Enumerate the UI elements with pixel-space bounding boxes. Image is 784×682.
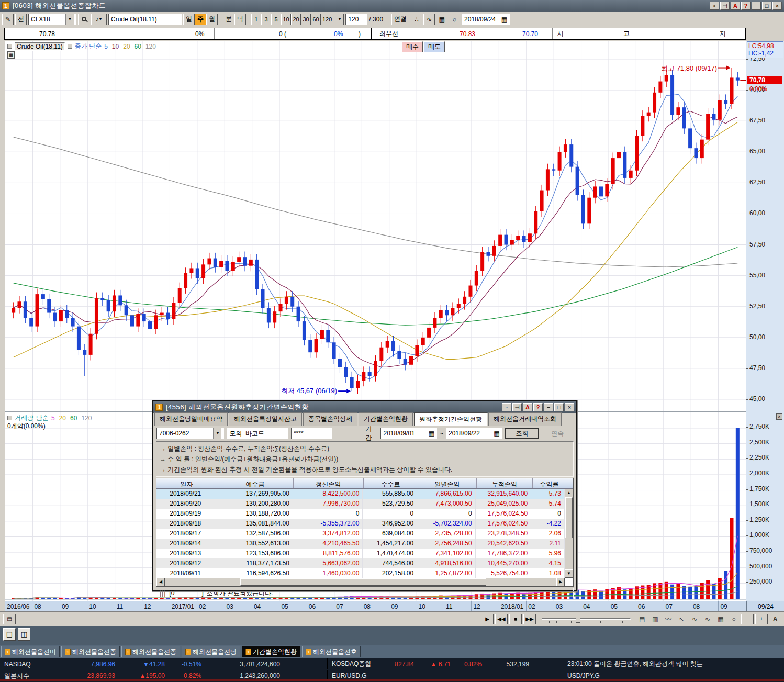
password-field[interactable] <box>291 428 332 439</box>
chart-tool-icon-2[interactable]: 〰 <box>663 614 674 624</box>
table-row[interactable]: 2018/09/17132,587,506.003,374,812.00639,… <box>156 529 565 539</box>
calendar-icon[interactable]: ▦ <box>429 430 434 437</box>
table-hscrollbar[interactable]: ◀ ▶ <box>156 578 565 586</box>
account-combo[interactable]: 7006-0262 ▼ <box>156 428 224 439</box>
taskbar-item-3[interactable]: 1해외선물옵션당 <box>182 646 240 657</box>
period-일-button[interactable]: 일 <box>183 14 195 25</box>
table-vscrollbar[interactable]: ▲ ▼ <box>565 489 573 578</box>
line-chart-icon[interactable]: ∿ <box>423 14 435 25</box>
date-to-picker[interactable]: 2018/09/22 ▦ <box>446 428 502 439</box>
table-row[interactable]: 2018/09/14130,552,613.004,210,465.501,45… <box>156 539 565 549</box>
interval-10-button[interactable]: 10 <box>281 14 291 25</box>
font-icon[interactable]: A <box>523 403 532 411</box>
query-button[interactable]: 조회 <box>505 428 540 439</box>
continue-button[interactable]: 연속 <box>542 428 573 439</box>
previous-button[interactable]: 전 <box>15 14 27 25</box>
mode-틱-button[interactable]: 틱 <box>234 14 246 25</box>
news-icon[interactable]: ▤ <box>3 628 16 641</box>
table-row[interactable]: 2018/09/21137,269,905.008,422,500.00555,… <box>156 489 565 499</box>
playback-▶-button[interactable]: ▶ <box>481 614 494 624</box>
slider-thumb[interactable] <box>576 616 580 623</box>
new-window-icon[interactable]: ▫ <box>710 2 719 10</box>
dialog-tab-1[interactable]: 해외선옵특정일자잔고 <box>229 412 302 426</box>
calendar-icon[interactable]: ▦ <box>494 430 499 437</box>
price-legend-name[interactable]: Crude Oil(18,11) <box>15 42 65 51</box>
dialog-tab-2[interactable]: 종목별손익상세 <box>303 412 357 426</box>
pin-icon[interactable]: ⊣ <box>720 2 730 10</box>
interval-120-button[interactable]: 120 <box>321 14 333 25</box>
password-input[interactable] <box>294 430 329 437</box>
table-row[interactable]: 2018/09/20130,200,280.007,996,730.00523,… <box>156 499 565 509</box>
playback-■-button[interactable]: ■ <box>509 614 522 624</box>
bar-count-input[interactable] <box>348 16 365 23</box>
memo-icon[interactable]: ◫ <box>18 628 30 641</box>
price-chart-canvas[interactable]: 최고 71,80 (09/17)최저 45,67 (06/19) <box>5 41 746 411</box>
interval-20-button[interactable]: 20 <box>291 14 301 25</box>
legend-checkbox-icon[interactable] <box>68 44 72 49</box>
interval-60-button[interactable]: 60 <box>311 14 321 25</box>
draw-tool-button[interactable]: ✎ <box>2 14 14 25</box>
taskbar-item-4[interactable]: 1기간별손익현황 <box>242 646 300 657</box>
connect-button[interactable]: 연결 <box>391 14 409 25</box>
chart-tool-icon-0[interactable]: ▤ <box>636 614 648 624</box>
table-row[interactable]: 2018/09/12118,377,173.505,663,062.00744,… <box>156 558 565 568</box>
maximize-icon[interactable]: □ <box>554 403 564 411</box>
legend-checkbox-icon[interactable] <box>7 44 12 49</box>
chart-tool-icon-7[interactable]: ○ <box>728 614 740 624</box>
table-row[interactable]: 2018/09/18135,081,844.00-5,355,372.00346… <box>156 519 565 529</box>
symbol-search-button[interactable] <box>78 14 89 25</box>
taskbar-item-5[interactable]: 1해외선물옵션호 <box>302 646 361 657</box>
chevron-down-icon[interactable]: ▼ <box>65 14 74 25</box>
zoom-out-button[interactable]: − <box>741 614 754 624</box>
mode-분-button[interactable]: 분 <box>223 14 234 25</box>
help-icon[interactable]: ? <box>533 403 543 411</box>
interval-30-button[interactable]: 30 <box>301 14 311 25</box>
close-icon[interactable]: × <box>776 413 782 420</box>
settings-gear-icon[interactable]: ☼ <box>449 14 460 25</box>
playback-◀◀-button[interactable]: ◀◀ <box>495 614 508 624</box>
close-icon[interactable]: × <box>565 403 574 411</box>
save-icon[interactable]: ▦ <box>436 14 447 25</box>
symbol-combo[interactable]: CLX18 ▼ <box>28 14 76 25</box>
close-icon[interactable]: × <box>772 2 782 10</box>
taskbar-item-2[interactable]: 1해외선물옵션종 <box>121 646 180 657</box>
legend-checkbox-icon[interactable] <box>7 416 12 420</box>
chart-tool-icon-6[interactable]: ▦ <box>715 614 726 624</box>
pin-icon[interactable]: ⊣ <box>512 403 522 411</box>
calendar-icon[interactable]: ▦ <box>501 16 507 23</box>
interval-3-button[interactable]: 3 <box>261 14 271 25</box>
minimize-icon[interactable]: − <box>544 403 553 411</box>
taskbar-item-1[interactable]: 1해외선물옵션종 <box>61 646 120 657</box>
chevron-down-icon[interactable]: ▼ <box>213 428 221 439</box>
zoom-in-button[interactable]: + <box>755 614 768 624</box>
chart-tool-icon-4[interactable]: ∿ <box>689 614 700 624</box>
sound-button[interactable]: ♪▼ <box>91 14 107 25</box>
sell-button[interactable]: 매도 <box>424 41 445 52</box>
dialog-tab-0[interactable]: 해외선옵당일매매요약 <box>154 412 228 426</box>
playback-▶▶-button[interactable]: ▶▶ <box>523 614 536 624</box>
help-icon[interactable]: ? <box>741 2 751 10</box>
new-window-icon[interactable]: ▫ <box>502 403 511 411</box>
tick-chart-icon[interactable]: ∴ <box>411 14 422 25</box>
buy-button[interactable]: 매수 <box>402 41 423 52</box>
minimize-icon[interactable]: − <box>752 2 761 10</box>
interval-dropdown[interactable]: ▼ <box>335 14 344 25</box>
chart-list-button[interactable]: ▤ <box>3 614 16 624</box>
maximize-icon[interactable]: □ <box>762 2 771 10</box>
price-chart-pane[interactable]: 최고 71,80 (09/17)최저 45,67 (06/19) Crude O… <box>5 41 746 411</box>
auto-scale-button[interactable]: A <box>769 614 781 624</box>
chart-tool-icon-3[interactable]: ↖ <box>676 614 687 624</box>
zoom-slider[interactable] <box>542 614 631 624</box>
taskbar-item-0[interactable]: 1해외선물옵션미 <box>1 646 60 657</box>
table-row[interactable]: 2018/09/11116,594,626.501,460,030.00202,… <box>156 568 565 578</box>
chart-tool-icon-5[interactable]: ∿ <box>702 614 713 624</box>
chart-tool-icon-1[interactable]: ▥ <box>649 614 661 624</box>
table-row[interactable]: 2018/09/19130,188,720.0000017,576,024.50… <box>156 509 565 519</box>
bar-count-box[interactable] <box>345 14 367 25</box>
font-icon[interactable]: A <box>731 2 740 10</box>
interval-5-button[interactable]: 5 <box>271 14 281 25</box>
dialog-tab-3[interactable]: 기간별손익현황 <box>359 412 413 426</box>
grid-tool-icon[interactable]: ▦ <box>7 51 15 59</box>
dialog-tab-4[interactable]: 원화추정기간손익현황 <box>414 412 487 426</box>
period-월-button[interactable]: 월 <box>206 14 218 25</box>
